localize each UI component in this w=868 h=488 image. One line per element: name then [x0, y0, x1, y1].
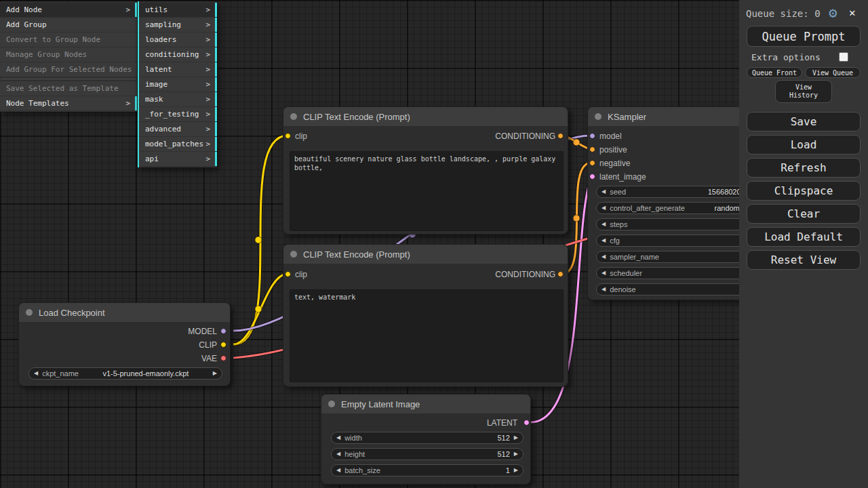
close-icon[interactable]: ✕: [849, 6, 856, 19]
submenu-item-advanced[interactable]: advanced >: [139, 122, 217, 136]
queue-front-button[interactable]: Queue Front: [747, 67, 802, 78]
menu-item-save-selected-as-template: Save Selected as Template: [0, 81, 137, 96]
submenu-item-loaders[interactable]: loaders >: [139, 33, 217, 47]
node-clip-text-encode-positive[interactable]: CLIP Text Encode (Prompt) clip CONDITION…: [283, 106, 568, 235]
decrement-arrow-icon[interactable]: ◀: [601, 202, 606, 214]
submenu-arrow-icon: >: [205, 18, 210, 32]
widget-label: ckpt_name: [42, 369, 79, 378]
menu-item-convert-to-group-node: Convert to Group Node: [0, 33, 137, 47]
output-label-model: MODEL: [188, 327, 217, 336]
input-label-latent-image: latent_image: [599, 172, 646, 182]
widget-control-after-generate[interactable]: ◀ control_after_generate randomize ▶: [596, 202, 763, 214]
extra-options-checkbox[interactable]: [839, 52, 848, 62]
view-queue-button[interactable]: View Queue: [805, 67, 861, 78]
decrement-arrow-icon[interactable]: ◀: [601, 235, 606, 247]
submenu-item-sampling[interactable]: sampling >: [139, 18, 217, 32]
input-port-clip[interactable]: [285, 271, 291, 277]
node-collapse-dot[interactable]: [26, 309, 33, 316]
widget-sampler-name[interactable]: ◀ sampler_name ▶: [596, 251, 763, 263]
decrement-arrow-icon[interactable]: ◀: [336, 464, 340, 476]
submenu-item-conditioning[interactable]: conditioning >: [139, 47, 217, 62]
submenu-arrow-icon: >: [205, 3, 210, 17]
submenu-item-model-patches[interactable]: model_patches >: [139, 137, 217, 151]
next-arrow-icon[interactable]: ▶: [213, 367, 217, 380]
menu-item-label: conditioning: [145, 50, 199, 59]
input-port-latent-image[interactable]: [589, 174, 595, 180]
menu-item-label: loaders: [145, 35, 176, 44]
node-collapse-dot[interactable]: [290, 251, 297, 258]
increment-arrow-icon[interactable]: ▶: [514, 464, 518, 476]
settings-gear-icon[interactable]: ⚙: [829, 5, 837, 21]
node-clip-text-encode-negative[interactable]: CLIP Text Encode (Prompt) clip CONDITION…: [283, 244, 568, 387]
node-title-bar[interactable]: Empty Latent Image: [321, 394, 530, 413]
load-button[interactable]: Load: [747, 135, 861, 155]
output-port-conditioning[interactable]: [557, 271, 564, 277]
widget-scheduler[interactable]: ◀ scheduler ▶: [596, 267, 763, 279]
clear-button[interactable]: Clear: [747, 204, 861, 224]
node-empty-latent-image[interactable]: Empty Latent Image LATENT ◀ width 512 ▶ …: [321, 394, 531, 485]
widget-width[interactable]: ◀ width 512 ▶: [331, 432, 524, 444]
decrement-arrow-icon[interactable]: ◀: [601, 283, 606, 296]
submenu-item-latent[interactable]: latent >: [139, 62, 217, 77]
widget-steps[interactable]: ◀ steps ▶: [596, 218, 763, 230]
node-collapse-dot[interactable]: [290, 113, 297, 120]
node-title-bar[interactable]: CLIP Text Encode (Prompt): [283, 245, 568, 264]
widget-batch-size[interactable]: ◀ batch_size 1 ▶: [331, 464, 524, 476]
menu-item-add-node[interactable]: Add Node >: [0, 3, 137, 17]
menu-item-add-group[interactable]: Add Group: [0, 18, 137, 32]
widget-seed[interactable]: ◀ seed 1566802087 ▶: [596, 186, 763, 198]
menu-item-label: sampling: [145, 20, 181, 29]
clipspace-button[interactable]: Clipspace: [747, 181, 861, 201]
node-collapse-dot[interactable]: [595, 113, 601, 120]
widget-denoise[interactable]: ◀ denoise ▶: [596, 283, 763, 296]
input-port-clip[interactable]: [285, 133, 291, 139]
input-label-clip: clip: [295, 131, 307, 141]
output-port-latent[interactable]: [524, 420, 530, 426]
submenu-item-for-testing[interactable]: _for_testing >: [139, 107, 217, 121]
view-history-line1: View: [795, 83, 812, 92]
save-button[interactable]: Save: [747, 112, 861, 131]
decrement-arrow-icon[interactable]: ◀: [601, 218, 606, 230]
view-history-button[interactable]: View History: [775, 80, 832, 103]
widget-ckpt-name[interactable]: ◀ ckpt_name v1-5-pruned-emaonly.ckpt ▶: [28, 367, 222, 380]
submenu-arrow-icon: >: [205, 77, 210, 92]
node-collapse-dot[interactable]: [328, 401, 335, 407]
decrement-arrow-icon[interactable]: ◀: [336, 432, 340, 444]
menu-item-label: _for_testing: [145, 110, 199, 119]
widget-cfg[interactable]: ◀ cfg ▶: [596, 235, 763, 247]
output-port-clip[interactable]: [220, 342, 226, 348]
output-port-conditioning[interactable]: [557, 133, 564, 139]
submenu-item-mask[interactable]: mask >: [139, 92, 217, 106]
submenu-item-utils[interactable]: utils >: [139, 3, 217, 17]
input-port-model[interactable]: [589, 133, 595, 139]
decrement-arrow-icon[interactable]: ◀: [336, 448, 340, 460]
prompt-textarea[interactable]: beautiful scenery nature glass bottle la…: [290, 151, 564, 231]
node-title-bar[interactable]: CLIP Text Encode (Prompt): [283, 107, 568, 126]
output-port-vae[interactable]: [220, 355, 226, 361]
node-load-checkpoint[interactable]: Load Checkpoint MODEL CLIP VAE ◀ ckpt_na…: [18, 302, 231, 386]
queue-prompt-button[interactable]: Queue Prompt: [747, 26, 861, 47]
menu-item-node-templates[interactable]: Node Templates >: [0, 96, 137, 110]
decrement-arrow-icon[interactable]: ◀: [601, 267, 606, 279]
input-port-positive[interactable]: [589, 146, 595, 152]
submenu-item-image[interactable]: image >: [139, 77, 217, 92]
node-title-bar[interactable]: Load Checkpoint: [19, 303, 230, 322]
refresh-button[interactable]: Refresh: [747, 158, 861, 178]
widget-value: 1: [384, 466, 510, 474]
input-port-negative[interactable]: [589, 160, 595, 166]
widget-height[interactable]: ◀ height 512 ▶: [331, 448, 524, 460]
decrement-arrow-icon[interactable]: ◀: [601, 186, 606, 198]
submenu-item-api[interactable]: api >: [139, 152, 217, 166]
decrement-arrow-icon[interactable]: ◀: [601, 251, 606, 263]
output-port-model[interactable]: [220, 328, 226, 334]
menu-item-label: advanced: [145, 125, 181, 134]
increment-arrow-icon[interactable]: ▶: [514, 448, 518, 460]
menu-separator: [1, 79, 136, 79]
increment-arrow-icon[interactable]: ▶: [514, 432, 518, 444]
reset-view-button[interactable]: Reset View: [747, 250, 861, 270]
load-default-button[interactable]: Load Default: [747, 227, 861, 247]
prompt-textarea[interactable]: text, watermark: [290, 289, 564, 382]
widget-value: v1-5-pruned-emaonly.ckpt: [83, 369, 209, 378]
widget-label: sampler_name: [610, 253, 659, 261]
prev-arrow-icon[interactable]: ◀: [34, 367, 38, 380]
